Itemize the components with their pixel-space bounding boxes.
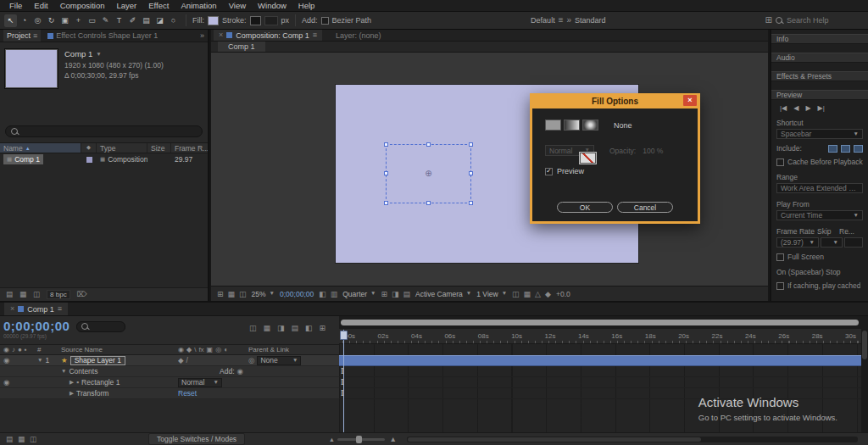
trash-icon[interactable]: ⌦ [77,291,87,298]
graph-editor-icon[interactable]: ▦ [18,436,25,443]
collapsed-icon[interactable]: ▶ [70,391,74,397]
selection-handle[interactable] [384,142,388,147]
track-row-rectangle[interactable]: I [339,377,861,388]
cache-before-playback-checkbox[interactable] [776,159,784,166]
tool-icon[interactable]: ✐ [126,14,139,27]
selection-handle[interactable] [469,201,473,205]
stroke-width-input[interactable] [264,16,278,25]
include-overlays-icon[interactable] [854,145,863,153]
time-ruler[interactable]: :00s02s04s06s08s10s12s14s16s18s20s22s24s… [339,329,868,344]
workspace-overflow-icon[interactable]: » [566,16,571,25]
transfer-controls-icon[interactable]: ◫ [30,436,36,443]
tool-icon[interactable]: ◎ [31,14,44,27]
tool-icon[interactable]: ▣ [58,14,71,27]
timeline-track-area[interactable]: :00s02s04s06s08s10s12s14s16s18s20s22s24s… [339,316,868,432]
zoom-out-icon[interactable]: ▴ [330,436,333,443]
zoom-slider-thumb[interactable] [356,436,362,443]
fill-dialog-titlebar[interactable]: Fill Options × [532,93,698,108]
workspace-standard[interactable]: Standard [575,16,606,25]
label-color-swatch[interactable] [86,157,92,163]
menu-item[interactable]: Window [252,0,292,11]
tab-effect-controls[interactable]: Effect Controls Shape Layer 1 [44,30,161,42]
preview-checkbox[interactable]: ✓ [545,168,553,175]
viewer-icon[interactable]: ▥ [331,290,338,298]
menu-item[interactable]: Edit [28,0,53,11]
resolution-select[interactable]: Quarter ▼ [342,290,376,298]
menu-item[interactable]: File [3,0,28,11]
expand-icon[interactable]: ▼ [37,358,42,364]
view-layout-select[interactable]: 1 View ▼ [476,290,507,298]
transport-button-icon[interactable]: ▶ [805,104,810,112]
shortcut-select[interactable]: Spacebar ▼ [776,129,863,139]
help-search[interactable] [776,15,859,26]
timeline-option-icon[interactable]: ▦ [263,324,270,332]
menu-item[interactable]: Animation [175,0,222,11]
layer-switch-icon[interactable]: ◆ [178,357,184,364]
zoom-in-icon[interactable]: ▲ [389,436,396,443]
layer-name[interactable]: Shape Layer 1 [70,356,125,365]
expand-icon[interactable]: ▼ [61,369,66,375]
collapsed-icon[interactable]: ▶ [70,380,74,386]
selection-handle[interactable] [426,142,431,147]
timeline-horizontal-scrollbar[interactable] [407,437,858,442]
timeline-search[interactable] [76,321,125,332]
viewer-icon[interactable]: ◫ [512,290,520,298]
tool-icon[interactable]: T [113,14,125,27]
column-name[interactable]: Name ▲ [0,143,81,153]
blend-mode-select[interactable]: Normal ▼ [178,378,222,387]
timeline-option-icon[interactable]: ◨ [277,324,285,332]
include-audio-icon[interactable] [841,145,850,153]
zoom-slider[interactable] [337,438,385,441]
close-icon[interactable]: × [219,31,223,39]
menu-item[interactable]: Layer [111,0,143,11]
frame-rate-select[interactable]: (29.97) ▼ [776,237,819,248]
preview-panel-header[interactable]: Preview [771,90,868,100]
tool-icon[interactable]: ○ [167,14,180,27]
viewer-icon[interactable]: ▦ [228,290,236,298]
chevron-down-icon[interactable]: ▼ [96,52,101,58]
parent-link-header[interactable]: Parent & Link [243,346,339,353]
effects-presets-panel-header[interactable]: Effects & Presets [771,71,868,81]
tab-composition[interactable]: × Composition: Comp 1 ≡ [214,30,322,41]
transport-button-icon[interactable]: ◀ [793,104,798,112]
viewer-icon[interactable]: △ [535,290,541,298]
column-size[interactable]: Size [147,143,171,153]
track-row-contents[interactable]: I [339,366,861,377]
selection-handle[interactable] [469,171,473,175]
workspace-selector[interactable]: Default [531,16,555,25]
timeline-tab-comp1[interactable]: × Comp 1 ≡ [4,303,68,315]
viewer-icon[interactable]: ◧ [319,290,326,298]
timeline-vertical-scrollbar[interactable] [861,329,868,432]
opacity-value[interactable]: 100 % [643,147,663,155]
fill-label[interactable]: Fill: [192,16,204,25]
tab-layer[interactable]: Layer: (none) [331,30,387,41]
viewer-icon[interactable]: ▤ [403,290,411,298]
workspace-menu-icon[interactable]: ≡ [559,16,564,25]
project-row-comp1[interactable]: ▦ Comp 1 ▦ Composition 29.97 [0,153,208,165]
pickwhip-icon[interactable]: ◎ [248,357,254,364]
tool-icon[interactable]: ▭ [86,14,98,27]
source-name-header[interactable]: Source Name [59,346,178,353]
play-from-select[interactable]: Current Time ▼ [776,210,863,220]
exposure-value[interactable]: +0.0 [556,290,570,298]
transport-button-icon[interactable]: |◀ [780,104,787,112]
anchor-point-icon[interactable]: ⊕ [425,169,431,178]
menu-item[interactable]: Composition [54,0,111,11]
fill-swatch[interactable] [208,16,219,25]
current-time-indicator-head[interactable] [340,331,348,340]
viewer-icon[interactable]: ⊞ [217,290,224,298]
panel-menu-icon[interactable]: ≡ [33,32,37,40]
timeline-option-icon[interactable]: ◫ [249,324,257,332]
new-composition-icon[interactable]: ◫ [33,291,40,298]
menu-item[interactable]: Effect [142,0,175,11]
tool-icon[interactable]: ✎ [99,14,112,27]
viewer-icon[interactable]: ◆ [545,290,551,298]
add-shape-icon[interactable]: ◉ [237,368,243,375]
panel-menu-icon[interactable]: ≡ [313,31,317,39]
timeline-option-icon[interactable]: ◧ [305,324,313,332]
layer-switch-icon[interactable]: / [186,357,188,364]
menu-item[interactable]: Help [292,0,321,11]
fill-type-linear-gradient-button[interactable] [564,120,580,131]
workspace-grid-icon[interactable]: ⊞ [765,16,772,25]
tool-icon[interactable]: ◔ [18,14,31,27]
